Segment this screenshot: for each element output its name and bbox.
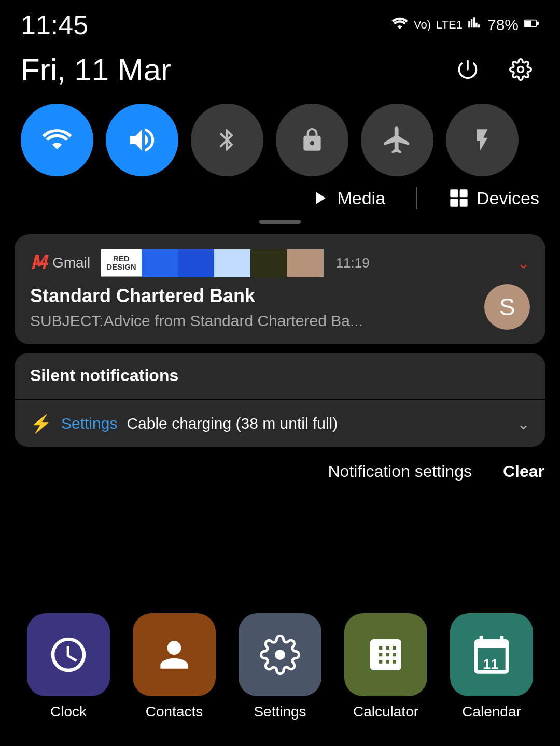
color-palette: RED DESIGN [101,249,324,277]
gmail-app-name: Gmail [52,255,90,271]
settings-notif-chevron-icon[interactable]: ⌄ [517,415,530,433]
battery-icon [524,16,539,34]
dock-app-calendar[interactable]: 11 Calendar [450,613,533,720]
settings-notification[interactable]: ⚡ Settings Cable charging (38 m until fu… [15,400,545,447]
svg-rect-1 [525,20,531,26]
svg-point-8 [275,650,285,660]
contacts-label: Contacts [146,703,203,720]
status-bar: 11:45 Vo) LTE1 78% [0,0,560,46]
lte-icon: LTE1 [436,18,463,32]
clock-icon [27,613,110,696]
gmail-notif-avatar: S [484,284,530,330]
gmail-notif-title: Standard Chartered Bank [30,285,530,307]
silent-header-text: Silent notifications [30,366,178,385]
gmail-app-row: M̶ Gmail RED DESIGN 11:19 [30,249,370,277]
media-devices-row: Media Devices [0,187,560,220]
calendar-label: Calendar [462,703,521,720]
tile-screen-lock[interactable] [276,104,348,176]
svg-rect-4 [450,189,458,197]
svg-rect-2 [537,21,539,24]
header-action-icons [449,51,539,88]
gmail-notification[interactable]: M̶ Gmail RED DESIGN 11:19 ⌄ Standa [15,234,545,344]
calendar-icon: 11 [450,613,533,696]
status-time: 11:45 [21,9,88,40]
notification-actions: Notification settings Clear [0,447,560,496]
swatch-5 [287,249,323,277]
gmail-notif-header: M̶ Gmail RED DESIGN 11:19 ⌄ [30,249,530,277]
tile-flashlight[interactable] [446,104,519,176]
svg-rect-6 [450,199,458,207]
devices-label: Devices [477,188,539,208]
tile-bluetooth[interactable] [191,104,263,176]
contacts-icon [133,613,216,696]
dock-app-settings[interactable]: Settings [239,613,321,720]
status-icons: Vo) LTE1 78% [391,16,539,34]
tile-wifi[interactable] [21,104,93,176]
calculator-icon [344,613,427,696]
battery-percent: 78% [487,16,519,34]
tile-sound[interactable] [106,104,178,176]
settings-notif-app-name[interactable]: Settings [61,415,117,432]
gmail-notif-body: SUBJECT:Advice from Standard Chartered B… [30,312,530,330]
swatch-3 [214,249,250,277]
lightning-icon: ⚡ [30,413,52,434]
settings-dock-label: Settings [254,703,306,720]
app-dock: Clock Contacts Settings Calculator 11 Ca… [0,603,560,746]
settings-button[interactable] [502,51,539,88]
date-row: Fri, 11 Mar [0,46,560,98]
clear-button[interactable]: Clear [503,462,544,481]
calculator-label: Calculator [353,703,418,720]
dock-app-calculator[interactable]: Calculator [344,613,427,720]
gmail-icon: M̶ [30,252,46,274]
media-button[interactable]: Media [309,188,385,208]
signal-icon [468,16,482,34]
devices-button[interactable]: Devices [449,188,539,208]
swatch-2 [178,249,214,277]
svg-rect-7 [460,199,468,207]
gmail-chevron-icon[interactable]: ⌄ [517,254,530,272]
tile-airplane[interactable] [361,104,433,176]
power-button[interactable] [449,51,486,88]
palette-label: RED DESIGN [101,249,142,276]
dock-app-clock[interactable]: Clock [27,613,110,720]
notifications-area: M̶ Gmail RED DESIGN 11:19 ⌄ Standa [0,234,560,447]
drag-indicator [259,220,301,224]
clock-label: Clock [50,703,87,720]
notification-settings-button[interactable]: Notification settings [328,462,471,481]
wifi-status-icon [391,16,409,34]
settings-dock-icon [239,613,321,696]
volte-icon: Vo) [414,18,431,32]
media-label: Media [337,188,385,208]
media-divider [416,187,417,209]
swatch-1 [142,249,178,277]
silent-notifications-header: Silent notifications [15,353,545,399]
settings-notif-left: ⚡ Settings Cable charging (38 m until fu… [30,413,338,434]
gmail-notif-time: 11:19 [336,255,370,271]
settings-notif-text: Cable charging (38 m until full) [127,415,338,432]
svg-text:11: 11 [483,656,498,672]
swatch-4 [250,249,287,277]
quick-tiles [0,98,560,187]
svg-point-3 [518,67,524,73]
gmail-avatar-letter: S [499,293,515,321]
dock-app-contacts[interactable]: Contacts [133,613,216,720]
date-display: Fri, 11 Mar [21,52,171,88]
svg-rect-5 [460,189,468,197]
